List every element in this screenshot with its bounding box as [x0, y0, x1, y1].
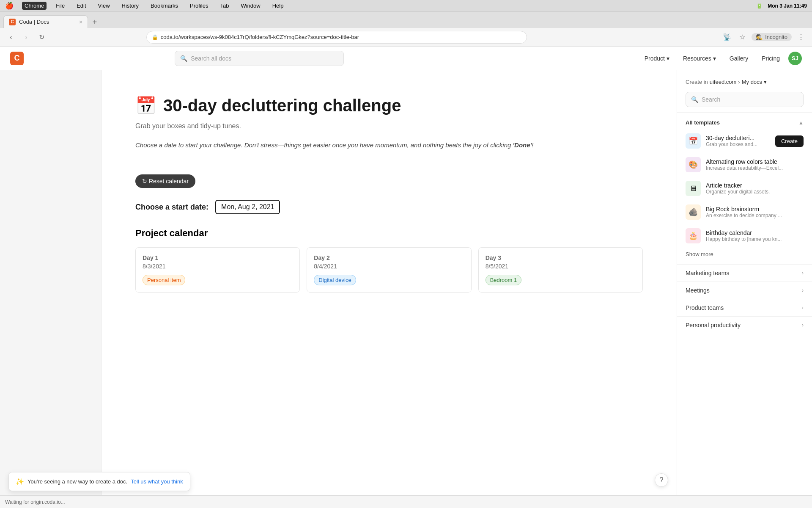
product-nav-item[interactable]: Product ▾	[639, 52, 675, 64]
calendar-day-1: Day 1 8/3/2021 Personal item	[135, 247, 300, 293]
template-icon-2: 🖥	[686, 181, 701, 196]
day-1-date: 8/3/2021	[143, 263, 293, 270]
calendar-day-2: Day 2 8/4/2021 Digital device	[307, 247, 471, 293]
category-chevron-product: ›	[802, 305, 804, 311]
resources-dropdown-icon: ▾	[713, 55, 716, 62]
help-button[interactable]: ?	[655, 473, 668, 487]
day-3-tag[interactable]: Bedroom 1	[486, 275, 522, 285]
template-name-2: Article tracker	[706, 182, 804, 189]
back-button[interactable]: ‹	[5, 31, 17, 43]
folder-link[interactable]: My docs ▾	[742, 79, 767, 85]
product-dropdown-icon: ▾	[667, 55, 669, 62]
menu-item-help[interactable]: Help	[270, 2, 286, 10]
start-date-label: Choose a start date:	[135, 203, 208, 212]
category-product-teams[interactable]: Product teams ›	[677, 299, 812, 316]
folder-dropdown-icon: ▾	[764, 79, 767, 85]
address-bar[interactable]: 🔒 coda.io/workspaces/ws-9k084c17rQ/folde…	[146, 31, 527, 44]
status-bar: Waiting for origin.coda.io...	[0, 495, 812, 508]
collapse-icon: ▲	[798, 120, 804, 126]
menu-item-bookmarks[interactable]: Bookmarks	[148, 2, 181, 10]
status-text: Waiting for origin.coda.io...	[5, 499, 65, 505]
start-date-row: Choose a start date: Mon, Aug 2, 2021	[135, 200, 643, 214]
template-item-0[interactable]: 📅 30-day declutteri... Grab your boxes a…	[677, 129, 812, 153]
forward-button[interactable]: ›	[20, 31, 32, 43]
header-nav: Product ▾ Resources ▾ Gallery Pricing SJ	[639, 52, 802, 65]
workspace-link[interactable]: uifeed.com	[710, 79, 737, 85]
new-tab-button[interactable]: +	[89, 16, 101, 28]
menu-item-chrome[interactable]: Chrome	[22, 2, 47, 10]
day-2-tag[interactable]: Digital device	[314, 275, 356, 285]
category-label-product: Product teams	[686, 304, 724, 311]
show-more-button[interactable]: Show more	[677, 248, 812, 264]
category-chevron-marketing: ›	[802, 270, 804, 276]
menu-item-window[interactable]: Window	[238, 2, 263, 10]
reset-calendar-button[interactable]: ↻ Reset calendar	[135, 174, 195, 188]
content-area: 📅 30-day decluttering challenge Grab you…	[102, 70, 677, 495]
create-button-0[interactable]: Create	[775, 135, 804, 147]
divider	[135, 164, 643, 164]
template-info-4: Birthday calendar Happy birthday to [nam…	[706, 229, 804, 242]
active-tab[interactable]: C Coda | Docs ×	[3, 15, 88, 28]
header-search[interactable]: 🔍 Search all docs	[175, 51, 344, 66]
tab-favicon: C	[9, 19, 16, 25]
right-panel: Create in uifeed.com › My docs ▾ 🔍 Searc…	[677, 70, 812, 495]
template-name-1: Alternating row colors table	[706, 158, 804, 165]
battery-icon: 🔋	[756, 3, 763, 9]
resources-nav-item[interactable]: Resources ▾	[678, 52, 721, 64]
template-desc-4: Happy birthday to [name you kn...	[706, 236, 804, 242]
menu-item-tab[interactable]: Tab	[217, 2, 231, 10]
day-3-label: Day 3	[486, 254, 636, 261]
category-label-personal: Personal productivity	[686, 322, 741, 329]
doc-body: Choose a date to start your challenge. D…	[135, 140, 643, 150]
cast-button[interactable]: 📡	[721, 31, 733, 43]
template-item-1[interactable]: 🎨 Alternating row colors table Increase …	[677, 153, 812, 177]
apple-menu-icon[interactable]: 🍎	[5, 2, 14, 10]
menu-button[interactable]: ⋮	[795, 31, 807, 43]
calendar-day-3: Day 3 8/5/2021 Bedroom 1	[478, 247, 643, 293]
menu-item-history[interactable]: History	[119, 2, 141, 10]
template-item-2[interactable]: 🖥 Article tracker Organize your digital …	[677, 177, 812, 200]
category-marketing-teams[interactable]: Marketing teams ›	[677, 264, 812, 282]
reload-button[interactable]: ↻	[36, 31, 47, 43]
coda-logo[interactable]: C	[10, 52, 24, 65]
template-name-3: Big Rock brainstorm	[706, 206, 804, 213]
incognito-badge: 🕵 Incognito	[752, 33, 792, 41]
template-name-4: Birthday calendar	[706, 229, 804, 236]
calendar-section-title: Project calendar	[135, 228, 643, 239]
bookmark-button[interactable]: ☆	[736, 31, 748, 43]
tab-bar: C Coda | Docs × +	[0, 12, 812, 28]
day-1-tag[interactable]: Personal item	[143, 275, 185, 285]
menu-item-profiles[interactable]: Profiles	[187, 2, 211, 10]
template-desc-1: Increase data readability—Excel...	[706, 165, 804, 171]
day-1-label: Day 1	[143, 254, 293, 261]
panel-body: All templates ▲ 📅 30-day declutteri... G…	[677, 113, 812, 495]
menu-item-view[interactable]: View	[96, 2, 112, 10]
navigation-bar: ‹ › ↻ 🔒 coda.io/workspaces/ws-9k084c17rQ…	[0, 28, 812, 47]
menu-item-file[interactable]: File	[53, 2, 67, 10]
incognito-label: Incognito	[765, 34, 787, 40]
category-meetings[interactable]: Meetings ›	[677, 282, 812, 299]
category-chevron-personal: ›	[802, 322, 804, 328]
category-label-meetings: Meetings	[686, 287, 710, 294]
template-info-1: Alternating row colors table Increase da…	[706, 158, 804, 171]
doc-icon: 📅	[135, 96, 156, 116]
all-templates-label: All templates	[686, 119, 720, 126]
avatar[interactable]: SJ	[788, 52, 802, 65]
template-desc-0: Grab your boxes and...	[706, 141, 770, 147]
template-search[interactable]: 🔍 Search	[686, 92, 804, 107]
category-personal-productivity[interactable]: Personal productivity ›	[677, 316, 812, 334]
gallery-nav-item[interactable]: Gallery	[724, 52, 753, 64]
day-2-date: 8/4/2021	[314, 263, 464, 270]
tab-close-button[interactable]: ×	[79, 19, 82, 25]
create-in-label: Create in	[686, 79, 708, 85]
lock-icon: 🔒	[152, 34, 158, 40]
sidebar	[0, 70, 102, 495]
start-date-picker[interactable]: Mon, Aug 2, 2021	[215, 200, 280, 214]
template-item-3[interactable]: 🪨 Big Rock brainstorm An exercise to dec…	[677, 200, 812, 224]
all-templates-header[interactable]: All templates ▲	[677, 113, 812, 129]
menu-item-edit[interactable]: Edit	[74, 2, 88, 10]
toast-link[interactable]: Tell us what you think	[131, 478, 183, 485]
pricing-nav-item[interactable]: Pricing	[757, 52, 785, 64]
template-info-0: 30-day declutteri... Grab your boxes and…	[706, 135, 770, 147]
template-item-4[interactable]: 🎂 Birthday calendar Happy birthday to [n…	[677, 224, 812, 248]
